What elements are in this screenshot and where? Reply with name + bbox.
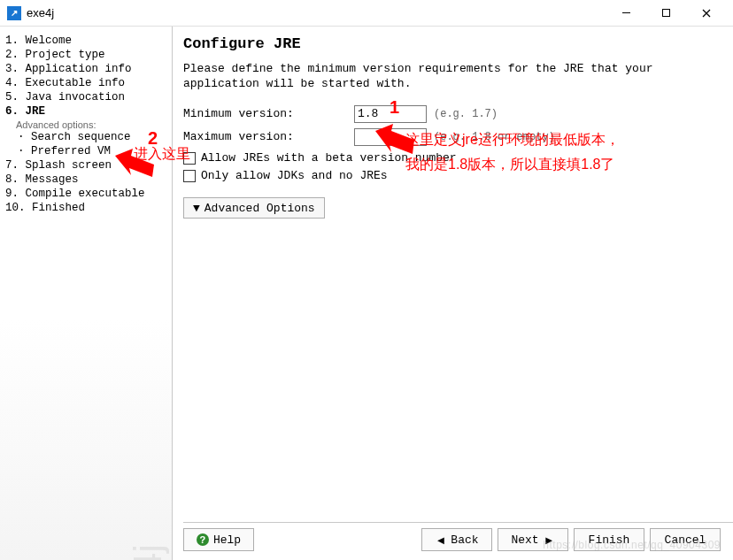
max-version-label: Maximum version:: [183, 130, 347, 143]
step-compile-executable[interactable]: 9. Compile executable: [5, 187, 168, 201]
step-messages[interactable]: 8. Messages: [5, 173, 168, 187]
svg-rect-1: [663, 10, 670, 17]
advanced-options-header: Advanced options:: [16, 119, 168, 130]
next-button[interactable]: Next ►: [498, 528, 568, 551]
min-version-input[interactable]: [354, 105, 427, 123]
back-button[interactable]: ◄ Back: [421, 528, 492, 551]
arrow-left-icon: ◄: [435, 533, 446, 547]
cancel-button[interactable]: Cancel: [650, 528, 721, 551]
min-version-label: Minimum version:: [183, 107, 347, 120]
only-jdk-checkbox[interactable]: [183, 170, 196, 182]
only-jdk-label: Only allow JDKs and no JREs: [201, 169, 388, 182]
max-version-hint: (e.g. 1.8 or empty): [434, 131, 555, 143]
step-jre[interactable]: 6. JRE: [5, 104, 168, 119]
help-icon: ?: [197, 533, 209, 546]
button-bar: ? Help ◄ Back Next ► Finish Cancel: [183, 522, 733, 560]
arrow-right-icon: ►: [544, 533, 555, 547]
window-titlebar: ↗ exe4j: [0, 0, 733, 27]
close-button[interactable]: [686, 1, 726, 26]
minimize-button[interactable]: [606, 1, 646, 26]
adv-search-sequence[interactable]: · Search sequence: [18, 130, 168, 144]
sidebar-watermark: exe4j: [126, 544, 170, 560]
main-panel: Configure JRE Please define the minimum …: [173, 27, 733, 560]
app-icon: ↗: [7, 6, 21, 20]
max-version-input[interactable]: [354, 128, 427, 146]
page-title: Configure JRE: [183, 35, 721, 52]
maximize-button[interactable]: [646, 1, 686, 26]
step-splash-screen[interactable]: 7. Splash screen: [5, 158, 129, 173]
finish-button[interactable]: Finish: [574, 528, 644, 551]
allow-beta-label: Allow JREs with a beta version number: [201, 151, 457, 165]
steps-sidebar: 1. Welcome 2. Project type 3. Applicatio…: [0, 27, 173, 560]
min-version-hint: (e.g. 1.7): [434, 108, 498, 120]
step-java-invocation[interactable]: 5. Java invocation: [5, 90, 168, 104]
adv-preferred-vm[interactable]: · Preferred VM: [18, 144, 115, 158]
allow-beta-checkbox[interactable]: [183, 152, 196, 165]
advanced-options-button[interactable]: ▼ Advanced Options: [183, 197, 325, 219]
step-welcome[interactable]: 1. Welcome: [5, 34, 168, 48]
page-description: Please define the minimum version requir…: [183, 61, 721, 91]
help-button[interactable]: ? Help: [183, 528, 254, 551]
step-project-type[interactable]: 2. Project type: [5, 48, 168, 62]
window-title: exe4j: [27, 6, 606, 19]
step-application-info[interactable]: 3. Application info: [5, 62, 168, 76]
chevron-down-icon: ▼: [193, 202, 200, 215]
step-finished[interactable]: 10. Finished: [5, 201, 168, 215]
step-executable-info[interactable]: 4. Executable info: [5, 76, 168, 90]
